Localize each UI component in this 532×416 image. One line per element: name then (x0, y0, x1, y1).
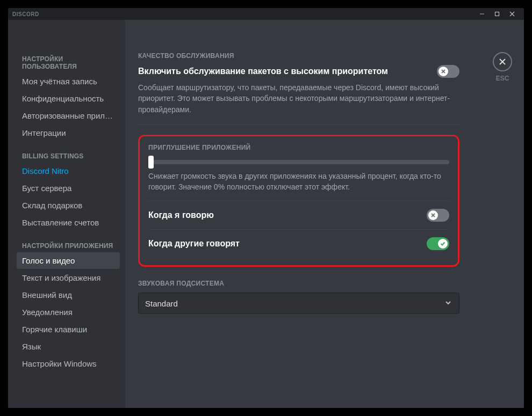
sidebar-header-billing: BILLING SETTINGS (17, 149, 120, 162)
sidebar-item-authorized-apps[interactable]: Авторизованные прил… (17, 107, 120, 124)
sidebar-item-gift-inventory[interactable]: Склад подарков (17, 197, 120, 214)
sidebar-item-language[interactable]: Язык (17, 338, 120, 355)
when-i-speak-label: Когда я говорю (148, 210, 427, 220)
x-icon (428, 210, 438, 220)
attenuation-header: ПРИГЛУШЕНИЕ ПРИЛОЖЕНИЙ (148, 144, 449, 151)
attenuation-description: Снижает громкость звука в других приложе… (148, 171, 449, 193)
sidebar-item-integrations[interactable]: Интеграции (17, 125, 120, 141)
qos-toggle[interactable] (437, 65, 459, 78)
chevron-down-icon (444, 298, 452, 309)
esc-label: ESC (481, 75, 524, 82)
divider (138, 125, 459, 125)
subsystem-section: ЗВУКОВАЯ ПОДСИСТЕМА Standard (138, 280, 459, 314)
qos-header: КАЧЕСТВО ОБСЛУЖИВАНИЯ (138, 52, 459, 60)
subsystem-select[interactable]: Standard (138, 293, 459, 314)
titlebar: DISCORD (8, 8, 524, 20)
attenuation-section: ПРИГЛУШЕНИЕ ПРИЛОЖЕНИЙ Снижает громкость… (138, 135, 459, 267)
when-others-speak-label: Когда другие говорят (148, 239, 427, 249)
when-others-speak-toggle[interactable] (427, 237, 449, 250)
subsystem-value: Standard (145, 299, 444, 308)
window-minimize-button[interactable] (475, 8, 490, 20)
sidebar-item-windows[interactable]: Настройки Windows (17, 355, 120, 372)
attenuation-slider[interactable] (148, 160, 449, 164)
app-window: DISCORD НАСТРОЙКИ ПОЛЬЗОВАТЕЛЯ Моя учётн… (8, 8, 524, 408)
sidebar-item-notifications[interactable]: Уведомления (17, 304, 120, 320)
window-maximize-button[interactable] (490, 8, 505, 20)
sidebar-item-appearance[interactable]: Внешний вид (17, 287, 120, 303)
check-icon (438, 239, 448, 249)
qos-title: Включить обслуживание пакетов с высоким … (138, 67, 437, 76)
sidebar-item-privacy[interactable]: Конфиденциальность (17, 90, 120, 107)
sidebar-item-text-images[interactable]: Текст и изображения (17, 269, 120, 286)
sidebar-item-server-boost[interactable]: Буст сервера (17, 180, 120, 196)
close-settings-button[interactable] (493, 52, 512, 71)
svg-rect-1 (495, 12, 499, 16)
sidebar-item-account[interactable]: Моя учётная запись (17, 73, 120, 90)
window-close-button[interactable] (505, 8, 520, 20)
sidebar-header-user: НАСТРОЙКИ ПОЛЬЗОВАТЕЛЯ (17, 52, 120, 72)
sidebar-item-keybinds[interactable]: Горячие клавиши (17, 321, 120, 338)
sidebar-item-nitro[interactable]: Discord Nitro (17, 163, 120, 179)
subsystem-header: ЗВУКОВАЯ ПОДСИСТЕМА (138, 280, 459, 287)
right-gutter: ESC (481, 20, 524, 408)
sidebar-item-billing[interactable]: Выставление счетов (17, 214, 120, 231)
x-icon (438, 67, 448, 76)
brand-wordmark: DISCORD (12, 11, 39, 17)
qos-section: КАЧЕСТВО ОБСЛУЖИВАНИЯ Включить обслужива… (138, 52, 459, 115)
sidebar-item-voice-video[interactable]: Голос и видео (17, 252, 120, 269)
sidebar-header-app: НАСТРОЙКИ ПРИЛОЖЕНИЯ (17, 239, 120, 252)
settings-sidebar: НАСТРОЙКИ ПОЛЬЗОВАТЕЛЯ Моя учётная запис… (8, 20, 125, 408)
qos-description: Сообщает маршрутизатору, что пакеты, пер… (138, 82, 459, 115)
settings-content: КАЧЕСТВО ОБСЛУЖИВАНИЯ Включить обслужива… (125, 20, 481, 408)
slider-thumb[interactable] (148, 156, 154, 169)
when-i-speak-toggle[interactable] (427, 209, 449, 222)
